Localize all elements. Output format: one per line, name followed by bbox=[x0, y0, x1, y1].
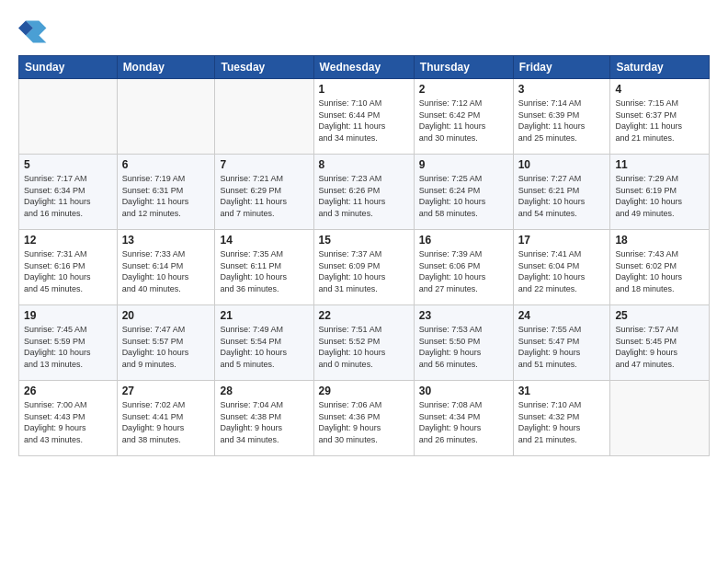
week-row-3: 12Sunrise: 7:31 AM Sunset: 6:16 PM Dayli… bbox=[19, 230, 710, 305]
day-number: 23 bbox=[419, 309, 508, 322]
week-row-5: 26Sunrise: 7:00 AM Sunset: 4:43 PM Dayli… bbox=[19, 381, 710, 456]
day-number: 3 bbox=[518, 83, 606, 96]
header bbox=[18, 15, 710, 44]
day-info: Sunrise: 7:00 AM Sunset: 4:43 PM Dayligh… bbox=[24, 399, 112, 445]
day-info: Sunrise: 7:37 AM Sunset: 6:09 PM Dayligh… bbox=[319, 248, 409, 294]
day-info: Sunrise: 7:57 AM Sunset: 5:45 PM Dayligh… bbox=[615, 324, 704, 370]
calendar-cell: 27Sunrise: 7:02 AM Sunset: 4:41 PM Dayli… bbox=[117, 381, 215, 456]
day-number: 18 bbox=[615, 234, 704, 247]
calendar-cell: 25Sunrise: 7:57 AM Sunset: 5:45 PM Dayli… bbox=[610, 305, 710, 381]
day-number: 29 bbox=[319, 385, 409, 397]
day-number: 21 bbox=[220, 309, 308, 322]
day-number: 28 bbox=[220, 385, 308, 397]
day-number: 10 bbox=[518, 158, 606, 171]
day-number: 15 bbox=[319, 234, 409, 247]
day-info: Sunrise: 7:10 AM Sunset: 4:32 PM Dayligh… bbox=[518, 399, 606, 445]
day-number: 20 bbox=[122, 309, 210, 322]
calendar-cell: 9Sunrise: 7:25 AM Sunset: 6:24 PM Daylig… bbox=[414, 155, 513, 230]
calendar-cell: 13Sunrise: 7:33 AM Sunset: 6:14 PM Dayli… bbox=[117, 230, 215, 305]
calendar-cell: 18Sunrise: 7:43 AM Sunset: 6:02 PM Dayli… bbox=[610, 230, 710, 305]
day-info: Sunrise: 7:04 AM Sunset: 4:38 PM Dayligh… bbox=[220, 399, 308, 445]
calendar-cell: 28Sunrise: 7:04 AM Sunset: 4:38 PM Dayli… bbox=[215, 381, 313, 456]
weekday-header-saturday: Saturday bbox=[610, 56, 710, 79]
calendar: SundayMondayTuesdayWednesdayThursdayFrid… bbox=[18, 55, 710, 456]
day-number: 6 bbox=[122, 158, 210, 171]
day-info: Sunrise: 7:12 AM Sunset: 6:42 PM Dayligh… bbox=[419, 98, 508, 144]
day-number: 14 bbox=[220, 234, 308, 247]
day-info: Sunrise: 7:19 AM Sunset: 6:31 PM Dayligh… bbox=[122, 173, 210, 219]
day-info: Sunrise: 7:41 AM Sunset: 6:04 PM Dayligh… bbox=[518, 248, 606, 294]
week-row-4: 19Sunrise: 7:45 AM Sunset: 5:59 PM Dayli… bbox=[19, 305, 710, 381]
day-number: 19 bbox=[24, 309, 112, 322]
day-number: 11 bbox=[615, 158, 704, 171]
day-info: Sunrise: 7:45 AM Sunset: 5:59 PM Dayligh… bbox=[24, 324, 112, 370]
day-info: Sunrise: 7:49 AM Sunset: 5:54 PM Dayligh… bbox=[220, 324, 308, 370]
calendar-cell bbox=[117, 79, 215, 155]
day-number: 1 bbox=[319, 83, 409, 96]
calendar-cell: 26Sunrise: 7:00 AM Sunset: 4:43 PM Dayli… bbox=[19, 381, 118, 456]
logo-icon bbox=[18, 15, 48, 44]
calendar-cell: 31Sunrise: 7:10 AM Sunset: 4:32 PM Dayli… bbox=[513, 381, 610, 456]
day-number: 25 bbox=[615, 309, 704, 322]
day-info: Sunrise: 7:10 AM Sunset: 6:44 PM Dayligh… bbox=[319, 98, 409, 144]
calendar-cell: 15Sunrise: 7:37 AM Sunset: 6:09 PM Dayli… bbox=[313, 230, 414, 305]
day-info: Sunrise: 7:55 AM Sunset: 5:47 PM Dayligh… bbox=[518, 324, 606, 370]
day-number: 27 bbox=[122, 385, 210, 397]
calendar-cell bbox=[19, 79, 118, 155]
day-number: 9 bbox=[419, 158, 508, 171]
calendar-cell: 6Sunrise: 7:19 AM Sunset: 6:31 PM Daylig… bbox=[117, 155, 215, 230]
day-info: Sunrise: 7:35 AM Sunset: 6:11 PM Dayligh… bbox=[220, 248, 308, 294]
weekday-header-row: SundayMondayTuesdayWednesdayThursdayFrid… bbox=[19, 56, 710, 79]
calendar-cell: 14Sunrise: 7:35 AM Sunset: 6:11 PM Dayli… bbox=[215, 230, 313, 305]
calendar-cell: 19Sunrise: 7:45 AM Sunset: 5:59 PM Dayli… bbox=[19, 305, 118, 381]
calendar-cell: 16Sunrise: 7:39 AM Sunset: 6:06 PM Dayli… bbox=[414, 230, 513, 305]
weekday-header-wednesday: Wednesday bbox=[313, 56, 414, 79]
day-number: 5 bbox=[24, 158, 112, 171]
day-info: Sunrise: 7:39 AM Sunset: 6:06 PM Dayligh… bbox=[419, 248, 508, 294]
day-number: 31 bbox=[518, 385, 606, 397]
day-info: Sunrise: 7:51 AM Sunset: 5:52 PM Dayligh… bbox=[319, 324, 409, 370]
day-number: 26 bbox=[24, 385, 112, 397]
weekday-header-monday: Monday bbox=[117, 56, 215, 79]
day-number: 16 bbox=[419, 234, 508, 247]
weekday-header-sunday: Sunday bbox=[19, 56, 118, 79]
calendar-cell: 1Sunrise: 7:10 AM Sunset: 6:44 PM Daylig… bbox=[313, 79, 414, 155]
weekday-header-tuesday: Tuesday bbox=[215, 56, 313, 79]
day-info: Sunrise: 7:08 AM Sunset: 4:34 PM Dayligh… bbox=[419, 399, 508, 445]
day-info: Sunrise: 7:21 AM Sunset: 6:29 PM Dayligh… bbox=[220, 173, 308, 219]
calendar-cell: 4Sunrise: 7:15 AM Sunset: 6:37 PM Daylig… bbox=[610, 79, 710, 155]
page-container: SundayMondayTuesdayWednesdayThursdayFrid… bbox=[0, 0, 728, 465]
day-number: 24 bbox=[518, 309, 606, 322]
calendar-cell: 5Sunrise: 7:17 AM Sunset: 6:34 PM Daylig… bbox=[19, 155, 118, 230]
day-info: Sunrise: 7:29 AM Sunset: 6:19 PM Dayligh… bbox=[615, 173, 704, 219]
calendar-cell bbox=[215, 79, 313, 155]
day-number: 7 bbox=[220, 158, 308, 171]
day-info: Sunrise: 7:33 AM Sunset: 6:14 PM Dayligh… bbox=[122, 248, 210, 294]
calendar-cell: 8Sunrise: 7:23 AM Sunset: 6:26 PM Daylig… bbox=[313, 155, 414, 230]
day-info: Sunrise: 7:31 AM Sunset: 6:16 PM Dayligh… bbox=[24, 248, 112, 294]
day-info: Sunrise: 7:23 AM Sunset: 6:26 PM Dayligh… bbox=[319, 173, 409, 219]
day-info: Sunrise: 7:06 AM Sunset: 4:36 PM Dayligh… bbox=[319, 399, 409, 445]
day-number: 8 bbox=[319, 158, 409, 171]
calendar-cell: 24Sunrise: 7:55 AM Sunset: 5:47 PM Dayli… bbox=[513, 305, 610, 381]
calendar-cell: 30Sunrise: 7:08 AM Sunset: 4:34 PM Dayli… bbox=[414, 381, 513, 456]
weekday-header-friday: Friday bbox=[513, 56, 610, 79]
calendar-cell: 20Sunrise: 7:47 AM Sunset: 5:57 PM Dayli… bbox=[117, 305, 215, 381]
calendar-cell: 17Sunrise: 7:41 AM Sunset: 6:04 PM Dayli… bbox=[513, 230, 610, 305]
day-number: 30 bbox=[419, 385, 508, 397]
calendar-cell: 21Sunrise: 7:49 AM Sunset: 5:54 PM Dayli… bbox=[215, 305, 313, 381]
day-info: Sunrise: 7:27 AM Sunset: 6:21 PM Dayligh… bbox=[518, 173, 606, 219]
calendar-cell: 7Sunrise: 7:21 AM Sunset: 6:29 PM Daylig… bbox=[215, 155, 313, 230]
calendar-cell: 10Sunrise: 7:27 AM Sunset: 6:21 PM Dayli… bbox=[513, 155, 610, 230]
day-info: Sunrise: 7:17 AM Sunset: 6:34 PM Dayligh… bbox=[24, 173, 112, 219]
day-info: Sunrise: 7:47 AM Sunset: 5:57 PM Dayligh… bbox=[122, 324, 210, 370]
day-info: Sunrise: 7:15 AM Sunset: 6:37 PM Dayligh… bbox=[615, 98, 704, 144]
calendar-cell bbox=[610, 381, 710, 456]
day-number: 2 bbox=[419, 83, 508, 96]
calendar-cell: 12Sunrise: 7:31 AM Sunset: 6:16 PM Dayli… bbox=[19, 230, 118, 305]
day-number: 4 bbox=[615, 83, 704, 96]
day-number: 22 bbox=[319, 309, 409, 322]
day-number: 17 bbox=[518, 234, 606, 247]
calendar-cell: 29Sunrise: 7:06 AM Sunset: 4:36 PM Dayli… bbox=[313, 381, 414, 456]
day-info: Sunrise: 7:43 AM Sunset: 6:02 PM Dayligh… bbox=[615, 248, 704, 294]
